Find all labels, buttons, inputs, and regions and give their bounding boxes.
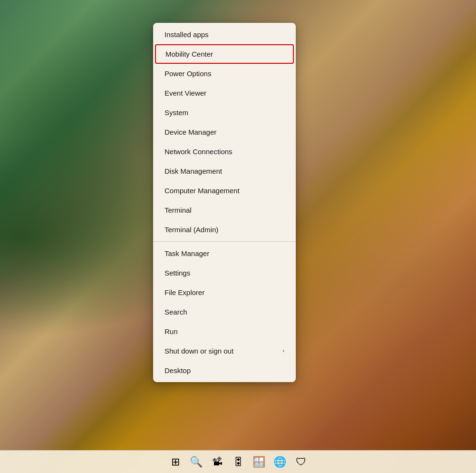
menu-item-label-mobility-center: Mobility Center	[165, 49, 213, 59]
menu-item-desktop[interactable]: Desktop	[153, 361, 296, 380]
menu-item-label-event-viewer: Event Viewer	[165, 88, 206, 98]
menu-item-label-device-manager: Device Manager	[165, 127, 216, 137]
menu-item-label-settings: Settings	[165, 268, 190, 278]
menu-item-event-viewer[interactable]: Event Viewer	[153, 83, 296, 103]
menu-item-computer-management[interactable]: Computer Management	[153, 181, 296, 200]
menu-item-label-shut-down: Shut down or sign out	[165, 346, 233, 356]
menu-separator	[153, 241, 296, 242]
menu-item-task-manager[interactable]: Task Manager	[153, 244, 296, 263]
taskbar-icon-focusrite[interactable]: 🎛	[229, 453, 248, 472]
taskbar-icon-start-button[interactable]: ⊞	[166, 453, 185, 472]
menu-item-network-connections[interactable]: Network Connections	[153, 142, 296, 161]
menu-item-power-options[interactable]: Power Options	[153, 64, 296, 83]
menu-item-run[interactable]: Run	[153, 322, 296, 341]
taskbar-icon-edge-browser[interactable]: 🌐	[271, 453, 290, 472]
menu-item-label-search: Search	[165, 307, 187, 317]
submenu-arrow-icon: ›	[282, 347, 284, 355]
menu-item-label-terminal-admin: Terminal (Admin)	[165, 225, 218, 235]
menu-item-shut-down[interactable]: Shut down or sign out›	[153, 341, 296, 361]
menu-item-device-manager[interactable]: Device Manager	[153, 122, 296, 142]
menu-item-search[interactable]: Search	[153, 302, 296, 322]
menu-item-terminal[interactable]: Terminal	[153, 200, 296, 220]
menu-item-mobility-center[interactable]: Mobility Center	[155, 44, 294, 64]
menu-item-label-file-explorer: File Explorer	[165, 287, 204, 297]
taskbar-icon-winbuzzer[interactable]: 🪟	[250, 453, 269, 472]
menu-item-settings[interactable]: Settings	[153, 263, 296, 283]
menu-item-file-explorer[interactable]: File Explorer	[153, 283, 296, 302]
menu-item-label-desktop: Desktop	[165, 365, 191, 375]
menu-item-label-network-connections: Network Connections	[165, 147, 233, 157]
menu-item-label-run: Run	[165, 326, 178, 336]
taskbar-icon-screen-recorder[interactable]: 📽	[208, 453, 227, 472]
menu-item-terminal-admin[interactable]: Terminal (Admin)	[153, 220, 296, 239]
menu-item-disk-management[interactable]: Disk Management	[153, 161, 296, 181]
menu-item-installed-apps[interactable]: Installed apps	[153, 25, 296, 44]
menu-item-label-system: System	[165, 108, 188, 118]
menu-item-system[interactable]: System	[153, 103, 296, 122]
menu-item-label-disk-management: Disk Management	[165, 166, 222, 176]
taskbar-icon-search-button[interactable]: 🔍	[187, 453, 206, 472]
menu-item-label-power-options: Power Options	[165, 69, 211, 79]
menu-item-label-computer-management: Computer Management	[165, 186, 240, 196]
taskbar: ⊞🔍📽🎛🪟🌐🛡	[0, 450, 476, 473]
menu-item-label-terminal: Terminal	[165, 205, 192, 215]
taskbar-icon-antivirus[interactable]: 🛡	[291, 453, 311, 472]
menu-item-label-task-manager: Task Manager	[165, 248, 209, 258]
context-menu: Installed appsMobility CenterPower Optio…	[153, 23, 296, 382]
menu-item-label-installed-apps: Installed apps	[165, 30, 209, 39]
